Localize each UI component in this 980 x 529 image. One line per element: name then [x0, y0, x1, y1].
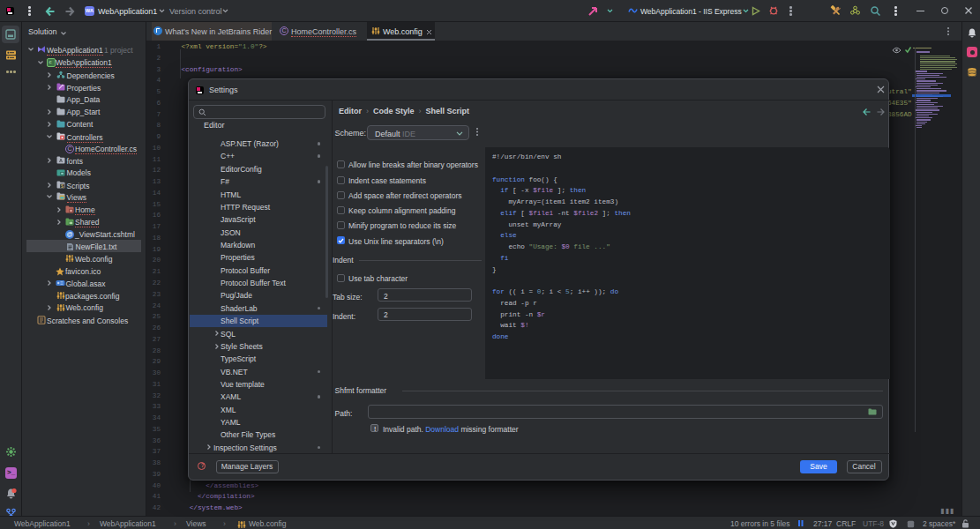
svg-text:S: S — [61, 184, 64, 189]
